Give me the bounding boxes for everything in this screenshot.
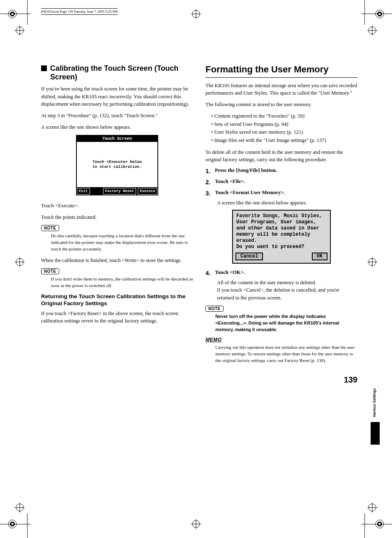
svg-point-2 bbox=[11, 13, 14, 15]
step-item: 4. Touch <OK>. All of the content in the… bbox=[205, 269, 357, 301]
regmark-icon bbox=[7, 9, 17, 19]
step-number: 2. bbox=[205, 179, 214, 186]
exit-button[interactable]: Exit bbox=[77, 188, 90, 195]
heading-rule bbox=[205, 77, 357, 78]
memo-badge: MEMO bbox=[205, 337, 221, 343]
crosshair-icon bbox=[15, 257, 25, 267]
crosshair-icon bbox=[367, 503, 377, 512]
regmark-icon bbox=[375, 9, 385, 19]
crop-line bbox=[361, 14, 392, 14]
subsection-heading: Returning the Touch Screen Calibration S… bbox=[41, 293, 193, 307]
note-badge: NOTE bbox=[41, 268, 59, 274]
step-text: Touch <Format User Memory>. bbox=[215, 190, 285, 195]
screen-title: Touch Screen bbox=[77, 136, 157, 142]
note-badge: NOTE bbox=[205, 306, 224, 312]
screen-button-row: Exit Factory Reset Execute bbox=[77, 187, 157, 195]
step-body: All of the content in the user memory is… bbox=[217, 279, 357, 301]
svg-point-5 bbox=[378, 13, 381, 15]
step-text: Touch <File>. bbox=[215, 179, 245, 184]
paragraph: At step 3 in "Procedure" (p. 132), touch… bbox=[41, 112, 193, 119]
crop-line bbox=[364, 0, 365, 25]
format-memory-dialog: Favorite Songs, Music Styles, User Progr… bbox=[232, 210, 331, 264]
step-text: Press the [Song/File] button. bbox=[215, 167, 277, 173]
note-badge: NOTE bbox=[41, 225, 59, 231]
section-heading-calibrating: Calibrating the Touch Screen (Touch Scre… bbox=[41, 64, 193, 81]
left-column: Calibrating the Touch Screen (Touch Scre… bbox=[41, 64, 193, 368]
step-item: 2. Touch <File>. bbox=[205, 179, 357, 186]
paragraph: Touch the points indicated. bbox=[41, 213, 193, 221]
step-list: 1. Press the [Song/File] button. 2. Touc… bbox=[205, 167, 357, 301]
dialog-button-row: Cancel OK bbox=[233, 252, 330, 263]
crop-line bbox=[27, 0, 28, 25]
step-item: 1. Press the [Song/File] button. bbox=[205, 167, 357, 174]
step-item: 3. Touch <Format User Memory>. A screen … bbox=[205, 190, 357, 264]
heading-text: Calibrating the Touch Screen (Touch Scre… bbox=[50, 64, 193, 81]
ok-button[interactable]: OK bbox=[312, 253, 327, 260]
crop-line bbox=[0, 524, 31, 524]
list-item: Image files set with the "User Image set… bbox=[211, 137, 357, 144]
paragraph: Touch <Execute>. bbox=[41, 202, 193, 209]
list-item: Sets of saved User Programs (p. 94) bbox=[211, 121, 357, 128]
section-heading-formatting: Formatting the User Memory bbox=[205, 64, 357, 75]
note-text: Do this carefully, because touching a lo… bbox=[51, 233, 193, 253]
bullet-list: Content registered to the "Favorites" (p… bbox=[211, 112, 357, 144]
factory-reset-button[interactable]: Factory Reset bbox=[103, 188, 136, 195]
crop-line bbox=[361, 524, 392, 524]
step-number: 1. bbox=[205, 167, 214, 174]
running-head: KR105.book Page 139 Tuesday, June 7, 200… bbox=[41, 8, 118, 15]
memo-text: Carrying out this operation does not ini… bbox=[215, 344, 357, 364]
crosshair-icon bbox=[367, 26, 377, 35]
crosshair-icon bbox=[367, 257, 377, 267]
crosshair-icon bbox=[15, 26, 25, 35]
step-text: Touch <OK>. bbox=[215, 269, 245, 275]
page-number: 139 bbox=[344, 375, 357, 385]
right-column: Formatting the User Memory The KR105 fea… bbox=[205, 64, 357, 368]
screen-body: Touch <Execute> below to start calibrati… bbox=[77, 142, 157, 187]
dialog-message: Favorite Songs, Music Styles, User Progr… bbox=[233, 211, 330, 252]
paragraph: When the calibration is finished, touch … bbox=[41, 257, 193, 264]
note-text: Never turn off the power while the displ… bbox=[215, 313, 357, 333]
paragraph: If you touch <Factory Reset> in the abov… bbox=[41, 310, 193, 325]
side-tab-label: Various Settings bbox=[372, 388, 376, 417]
paragraph: To delete all of the content held in the… bbox=[205, 148, 357, 163]
square-bullet-icon bbox=[41, 65, 47, 71]
paragraph: The KR105 features an internal storage a… bbox=[205, 82, 357, 97]
execute-button[interactable]: Execute bbox=[138, 188, 157, 195]
step-body: A screen like the one shown below appear… bbox=[217, 199, 357, 206]
crop-line bbox=[27, 513, 28, 538]
page-content: KR105.book Page 139 Tuesday, June 7, 200… bbox=[41, 8, 357, 368]
crosshair-icon bbox=[191, 519, 201, 529]
list-item: User Styles saved on user memory (p. 121… bbox=[211, 128, 357, 136]
touch-screen-mock: Touch Screen Touch <Execute> below to st… bbox=[76, 135, 158, 195]
list-item: Content registered to the "Favorites" (p… bbox=[211, 112, 357, 120]
crop-line bbox=[0, 14, 31, 14]
paragraph: If you've been using the touch screen fo… bbox=[41, 85, 193, 107]
step-number: 4. bbox=[205, 269, 214, 276]
paragraph: A screen like the one shown below appear… bbox=[41, 123, 193, 131]
paragraph: The following content is stored to the u… bbox=[205, 101, 357, 108]
crop-line bbox=[364, 513, 365, 538]
note-text: If you don't write them to memory, the c… bbox=[51, 276, 193, 289]
crosshair-icon bbox=[15, 503, 25, 512]
cancel-button[interactable]: Cancel bbox=[235, 253, 263, 260]
step-number: 3. bbox=[205, 190, 214, 197]
side-tab-marker bbox=[371, 422, 380, 445]
